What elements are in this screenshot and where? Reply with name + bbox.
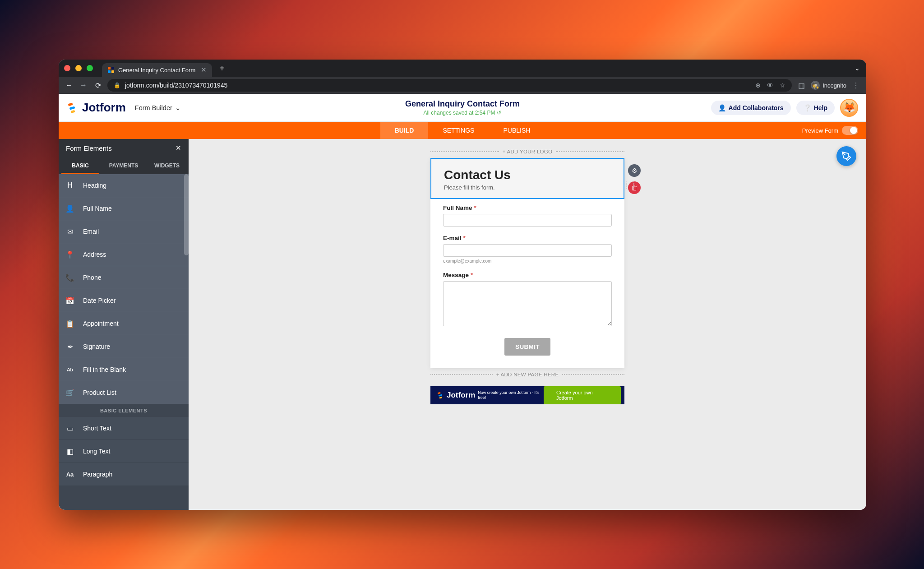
search-icon[interactable]: ⊕: [755, 82, 761, 89]
browser-forward-button[interactable]: →: [79, 81, 88, 89]
window-controls[interactable]: [64, 65, 93, 71]
element-phone[interactable]: 📞Phone: [59, 266, 189, 289]
promo-cta-button[interactable]: Create your own Jotform: [544, 386, 621, 404]
form-subheading[interactable]: Please fill this form.: [444, 184, 611, 191]
svg-rect-0: [108, 67, 111, 69]
sidebar-title: Form Elements: [66, 144, 112, 152]
app-header: Jotform Form Builder ⌄ General Inquiry C…: [59, 94, 866, 122]
extensions-button[interactable]: ▥: [796, 81, 806, 90]
element-appointment[interactable]: 📋Appointment: [59, 312, 189, 335]
element-full-name[interactable]: 👤Full Name: [59, 197, 189, 220]
element-paragraph[interactable]: AaParagraph: [59, 463, 189, 486]
add-page-button[interactable]: + ADD NEW PAGE HERE: [430, 372, 624, 377]
eye-off-icon[interactable]: 👁: [767, 82, 773, 89]
browser-back-button[interactable]: ←: [64, 81, 74, 89]
help-button[interactable]: ❔ Help: [796, 101, 835, 115]
full-name-input[interactable]: [443, 214, 612, 227]
tab-overflow-button[interactable]: ⌄: [855, 65, 860, 72]
field-label-text: E-mail: [443, 235, 462, 241]
new-tab-button[interactable]: +: [219, 63, 225, 74]
sidebar-tab-basic-label: BASIC: [72, 162, 88, 169]
element-email[interactable]: ✉Email: [59, 220, 189, 243]
sidebar-tab-basic[interactable]: BASIC: [59, 157, 102, 174]
browser-tab[interactable]: General Inquiry Contact Form ✕: [102, 63, 212, 77]
tab-close-button[interactable]: ✕: [201, 66, 207, 74]
svg-rect-8: [439, 394, 442, 397]
element-fill-blank[interactable]: AbFill in the Blank: [59, 358, 189, 381]
form-heading[interactable]: Contact Us: [444, 168, 611, 182]
sidebar-tab-widgets-label: WIDGETS: [154, 162, 180, 169]
element-label: Long Text: [83, 448, 110, 455]
email-input[interactable]: [443, 244, 612, 257]
window-minimize-button[interactable]: [75, 65, 82, 71]
svg-rect-9: [439, 397, 442, 399]
element-date-picker[interactable]: 📅Date Picker: [59, 289, 189, 312]
form-title[interactable]: General Inquiry Contact Form: [405, 99, 520, 109]
element-label: Address: [83, 251, 106, 258]
sidebar-header: Form Elements ✕: [59, 139, 189, 157]
theme-designer-button[interactable]: [836, 146, 856, 166]
element-heading[interactable]: HHeading: [59, 174, 189, 197]
submit-button[interactable]: SUBMIT: [504, 338, 550, 356]
element-product-list[interactable]: 🛒Product List: [59, 381, 189, 404]
clipboard-icon: 📋: [65, 319, 75, 328]
form-field-message[interactable]: Message*: [443, 272, 612, 328]
person-icon: 👤: [65, 204, 75, 213]
browser-menu-button[interactable]: ⋮: [851, 81, 861, 90]
incognito-badge[interactable]: 🕵 Incognito: [811, 81, 846, 90]
form-header-block[interactable]: Contact Us Please fill this form. ⚙ 🗑 ⋮⋮…: [430, 158, 624, 199]
sidebar-scrollbar[interactable]: [184, 174, 189, 255]
form-builder-dropdown[interactable]: Form Builder ⌄: [135, 104, 181, 111]
drag-handle[interactable]: ⋮⋮⋮⋮: [624, 182, 638, 188]
help-label: Help: [814, 104, 827, 111]
user-avatar[interactable]: 🦊: [840, 99, 858, 117]
element-long-text[interactable]: ◧Long Text: [59, 440, 189, 463]
block-settings-button[interactable]: ⚙: [628, 164, 641, 177]
add-logo-button[interactable]: + ADD YOUR LOGO: [430, 149, 624, 154]
tab-publish[interactable]: PUBLISH: [489, 122, 545, 139]
sidebar-list[interactable]: HHeading 👤Full Name ✉Email 📍Address 📞Pho…: [59, 174, 189, 510]
svg-rect-6: [71, 110, 75, 113]
field-label: Full Name*: [443, 204, 612, 211]
tab-build[interactable]: BUILD: [380, 122, 429, 139]
cart-icon: 🛒: [65, 388, 75, 398]
tab-build-label: BUILD: [395, 127, 414, 134]
add-collaborators-button[interactable]: 👤 Add Collaborators: [711, 101, 791, 115]
toggle-switch[interactable]: [842, 126, 858, 135]
promo-banner[interactable]: Jotform Now create your own Jotform - It…: [430, 386, 624, 404]
tab-title: General Inquiry Contact Form: [118, 67, 195, 74]
sidebar-tab-widgets[interactable]: WIDGETS: [145, 157, 189, 174]
bookmark-icon[interactable]: ☆: [780, 82, 785, 89]
element-label: Full Name: [83, 205, 112, 212]
element-short-text[interactable]: ▭Short Text: [59, 417, 189, 440]
form-card: Contact Us Please fill this form. ⚙ 🗑 ⋮⋮…: [430, 158, 624, 368]
preview-label: Preview Form: [802, 127, 838, 134]
required-star: *: [463, 235, 466, 241]
brand-name: Jotform: [82, 101, 126, 115]
person-add-icon: 👤: [718, 104, 726, 111]
promo-brand: Jotform: [447, 391, 475, 400]
chevron-down-icon: ⌄: [175, 104, 181, 111]
window-close-button[interactable]: [64, 65, 70, 71]
form-canvas[interactable]: + ADD YOUR LOGO Contact Us Please fill t…: [189, 139, 866, 510]
promo-text: Now create your own Jotform - It's free!: [478, 390, 544, 400]
browser-reload-button[interactable]: ⟳: [93, 81, 103, 90]
save-status-text: All changes saved at 2:54 PM: [424, 110, 495, 116]
element-signature[interactable]: ✒Signature: [59, 335, 189, 358]
field-label-text: Message: [443, 272, 469, 278]
browser-toolbar: ← → ⟳ 🔒 jotform.com/build/23107347010194…: [59, 77, 866, 94]
element-address[interactable]: 📍Address: [59, 243, 189, 266]
form-field-email[interactable]: E-mail* example@example.com: [443, 235, 612, 264]
jotform-logo[interactable]: Jotform: [67, 101, 126, 115]
element-label: Date Picker: [83, 297, 116, 304]
undo-icon[interactable]: ↺: [497, 110, 501, 116]
url-bar[interactable]: 🔒 jotform.com/build/231073470101945 ⊕ 👁 …: [107, 79, 792, 92]
sidebar-tab-payments[interactable]: PAYMENTS: [102, 157, 145, 174]
tab-settings[interactable]: SETTINGS: [428, 122, 489, 139]
form-field-full-name[interactable]: Full Name*: [443, 204, 612, 227]
preview-form-toggle[interactable]: Preview Form: [802, 126, 858, 135]
window-maximize-button[interactable]: [87, 65, 93, 71]
field-label: E-mail*: [443, 235, 612, 241]
message-textarea[interactable]: [443, 281, 612, 326]
sidebar-close-button[interactable]: ✕: [176, 144, 181, 152]
